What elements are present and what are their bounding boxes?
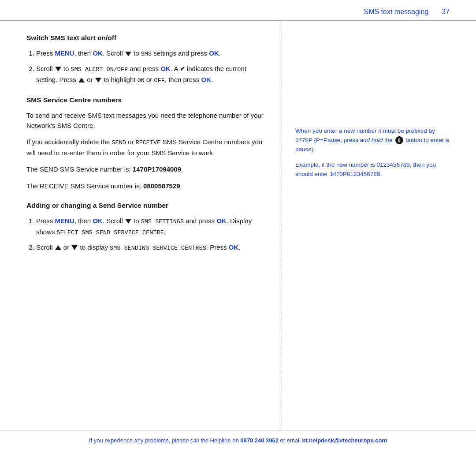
select-sms-mono: SELECT SMS SEND SERVICE CENTRE — [57, 229, 164, 236]
receive-service-number: 0800587529 — [143, 182, 180, 190]
section1-heading: Switch SMS text alert on/off — [26, 34, 268, 42]
section3-list: Press MENU, then OK. Scroll to SMS SETTI… — [36, 216, 268, 253]
section-service-centre: SMS Service Centre numbers To send and r… — [26, 96, 268, 191]
menu-keyword-2: MENU — [55, 217, 74, 224]
section3-step1: Press MENU, then OK. Scroll to SMS SETTI… — [36, 216, 268, 238]
footer-text: If you experience any problems, please c… — [89, 437, 387, 444]
arrow-down-3 — [95, 78, 101, 82]
sms-mono-1: SMS — [141, 51, 152, 57]
section1-list: Press MENU, then OK. Scroll to SMS setti… — [36, 48, 268, 86]
section2-para4: The RECEIVE SMS Service number is: 08005… — [26, 181, 268, 191]
receive-mono: RECEIVE — [136, 139, 161, 146]
menu-keyword-1: MENU — [55, 49, 74, 57]
send-mono: SEND — [112, 139, 126, 146]
sms-settings-mono: SMS SETTINGS — [141, 218, 184, 225]
ok-keyword-4: OK — [201, 76, 211, 83]
section3-heading: Adding or changing a Send Service number — [26, 202, 268, 210]
ok-keyword-6: OK — [216, 217, 227, 224]
arrow-down-5 — [71, 245, 78, 250]
arrow-down-4 — [125, 219, 131, 224]
ok-keyword-5: OK — [93, 217, 103, 224]
main-content: Switch SMS text alert on/off Press MENU,… — [0, 21, 476, 430]
section3-step2: Scroll or to display SMS SENDING SERVICE… — [36, 242, 268, 253]
section2-para3: The SEND SMS Service number is: 1470P170… — [26, 164, 268, 174]
arrow-up-2 — [55, 245, 61, 250]
footer-phone: 0870 240 3962 — [240, 437, 279, 444]
ok-keyword-2: OK — [209, 49, 219, 57]
arrow-down-2 — [55, 67, 61, 71]
left-column: Switch SMS text alert on/off Press MENU,… — [26, 21, 282, 430]
section2-para2: If you accidentally delete the SEND or R… — [26, 137, 268, 158]
on-mono: ON — [138, 77, 145, 84]
section1-step1: Press MENU, then OK. Scroll to SMS setti… — [36, 48, 268, 59]
footer-email: bt.helpdesk@vtecheurope.com — [302, 437, 387, 444]
side-note-para2: Example, if the new number is 0123456789… — [295, 161, 450, 179]
off-mono: OFF — [154, 77, 165, 84]
section2-heading: SMS Service Centre numbers — [26, 96, 268, 104]
page-footer: If you experience any problems, please c… — [0, 430, 476, 449]
send-service-number: 1470P17094009 — [133, 165, 181, 173]
sms-sending-mono: SMS SENDING SERVICE CENTRES — [110, 245, 206, 251]
page-header: SMS text messaging 37 — [0, 0, 476, 21]
header-title: SMS text messaging — [364, 8, 428, 16]
zero-button-icon: 0 — [395, 136, 403, 144]
right-column: When you enter a new number it must be p… — [282, 21, 450, 430]
checkmark-icon: ✔ — [180, 65, 185, 72]
header-page-number: 37 — [442, 8, 450, 16]
section1-step2: Scroll to SMS ALERT ON/OFF and press OK.… — [36, 64, 268, 86]
ok-keyword-3: OK — [160, 65, 171, 72]
page-container: SMS text messaging 37 Switch SMS text al… — [0, 0, 476, 449]
section2-para1: To send and receive SMS text messages yo… — [26, 110, 268, 131]
sms-alert-mono: SMS ALERT ON/OFF — [71, 66, 128, 73]
arrow-up-1 — [78, 78, 85, 82]
section-add-service: Adding or changing a Send Service number… — [26, 202, 268, 253]
ok-keyword-1: OK — [93, 49, 103, 57]
and-hold-italic: and hold — [360, 137, 383, 143]
ok-keyword-7: OK — [229, 243, 239, 251]
arrow-down-1 — [125, 52, 131, 56]
side-note-para1: When you enter a new number it must be p… — [295, 127, 450, 154]
side-note: When you enter a new number it must be p… — [295, 127, 450, 179]
section-switch-sms: Switch SMS text alert on/off Press MENU,… — [26, 34, 268, 86]
